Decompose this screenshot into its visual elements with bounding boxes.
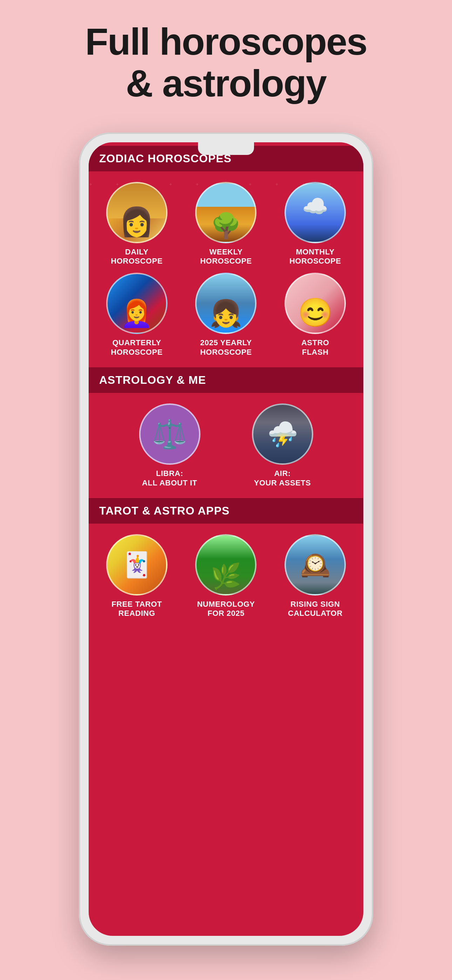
daily-horoscope-image (106, 182, 167, 243)
item-daily-horoscope[interactable]: DAILYHOROSCOPE (95, 182, 178, 266)
astro-flash-image (285, 273, 346, 334)
rising-sign-image (285, 534, 346, 595)
section-header-astrology: ASTROLOGY & ME (89, 368, 363, 393)
weekly-horoscope-image (195, 182, 256, 243)
numerology-image (195, 534, 256, 595)
astro-flash-label: ASTROFLASH (301, 338, 329, 357)
item-libra[interactable]: LIBRA:ALL ABOUT IT (117, 403, 223, 488)
weekly-horoscope-label: WEEKLYHOROSCOPE (200, 247, 252, 266)
item-yearly-horoscope[interactable]: 2025 YEARLYHOROSCOPE (185, 273, 267, 357)
astrology-grid: LIBRA:ALL ABOUT IT AIR:YOUR ASSETS (89, 393, 363, 498)
phone-notch (198, 142, 254, 155)
free-tarot-image (106, 534, 167, 595)
item-astro-flash[interactable]: ASTROFLASH (274, 273, 357, 357)
zodiac-grid: DAILYHOROSCOPE WEEKLYHOROSCOPE MONTHLYHO… (89, 172, 363, 368)
monthly-horoscope-label: MONTHLYHOROSCOPE (290, 247, 341, 266)
item-rising-sign[interactable]: RISING SIGNCALCULATOR (274, 534, 357, 618)
item-monthly-horoscope[interactable]: MONTHLYHOROSCOPE (274, 182, 357, 266)
free-tarot-label: FREE TAROTREADING (111, 600, 162, 618)
numerology-label: NUMEROLOGYFOR 2025 (197, 600, 255, 618)
item-free-tarot[interactable]: FREE TAROTREADING (95, 534, 178, 618)
quarterly-horoscope-label: QUARTERLYHOROSCOPE (111, 338, 163, 357)
libra-label: LIBRA:ALL ABOUT IT (142, 469, 197, 488)
item-quarterly-horoscope[interactable]: QUARTERLYHOROSCOPE (95, 273, 178, 357)
phone-screen: ZODIAC HOROSCOPES DAILYHOROSCOPE WEEKLYH… (89, 142, 363, 936)
monthly-horoscope-image (285, 182, 346, 243)
daily-horoscope-label: DAILYHOROSCOPE (111, 247, 163, 266)
quarterly-horoscope-image (106, 273, 167, 334)
item-numerology[interactable]: NUMEROLOGYFOR 2025 (185, 534, 267, 618)
libra-image (139, 403, 201, 465)
air-label: AIR:YOUR ASSETS (254, 469, 311, 488)
tarot-grid: FREE TAROTREADING NUMEROLOGYFOR 2025 RIS… (89, 523, 363, 629)
air-image (252, 403, 313, 465)
rising-sign-label: RISING SIGNCALCULATOR (288, 600, 343, 618)
yearly-horoscope-label: 2025 YEARLYHOROSCOPE (200, 338, 252, 357)
item-weekly-horoscope[interactable]: WEEKLYHOROSCOPE (185, 182, 267, 266)
phone-mockup: ZODIAC HOROSCOPES DAILYHOROSCOPE WEEKLYH… (79, 132, 373, 946)
page-title: Full horoscopes & astrology (85, 21, 367, 105)
section-header-tarot: TAROT & ASTRO APPS (89, 498, 363, 523)
item-air[interactable]: AIR:YOUR ASSETS (229, 403, 335, 488)
yearly-horoscope-image (195, 273, 256, 334)
